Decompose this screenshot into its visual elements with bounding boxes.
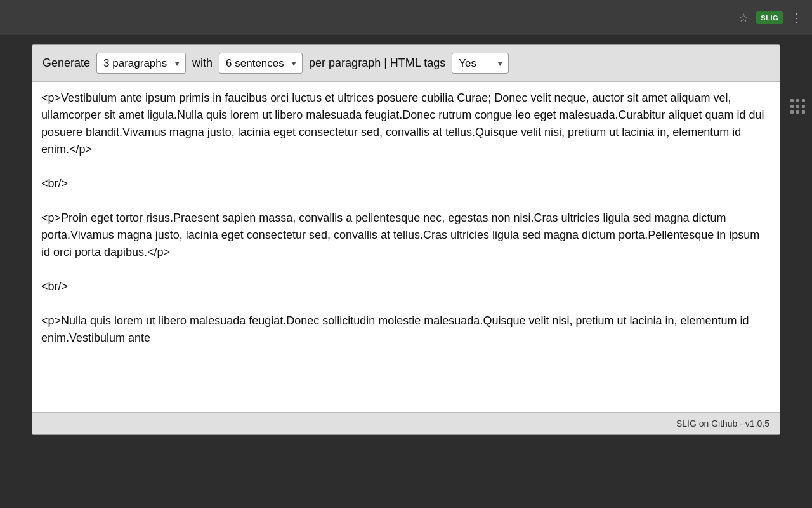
dots-grid-icon [790, 99, 806, 114]
slig-badge: SLIG [756, 11, 783, 24]
per-paragraph-label: per paragraph | HTML tags [309, 57, 445, 70]
sentences-select-wrapper: 1 sentence 2 sentences 3 sentences 4 sen… [219, 53, 303, 74]
dot [790, 105, 794, 108]
controls-bar: Generate 1 paragraph 2 paragraphs 3 para… [32, 45, 780, 82]
content-area[interactable]: <p>Vestibulum ante ipsum primis in fauci… [32, 82, 780, 412]
dot [796, 99, 799, 102]
paragraphs-select-wrapper: 1 paragraph 2 paragraphs 3 paragraphs 4 … [96, 53, 186, 74]
dot [790, 99, 794, 102]
dot [802, 99, 805, 102]
dot [790, 110, 794, 114]
generate-label: Generate [43, 57, 90, 70]
dot [802, 105, 805, 108]
content-text: <p>Vestibulum ante ipsum primis in fauci… [41, 90, 771, 347]
github-link[interactable]: SLIG on Github - v1.0.5 [676, 418, 769, 429]
star-icon[interactable]: ☆ [738, 11, 749, 25]
browser-chrome: ☆ SLIG ⋮ [0, 0, 812, 35]
popup-panel: Generate 1 paragraph 2 paragraphs 3 para… [32, 44, 780, 435]
dot [802, 110, 805, 114]
sentences-select[interactable]: 1 sentence 2 sentences 3 sentences 4 sen… [219, 53, 303, 74]
dot [796, 105, 799, 108]
dot [796, 110, 799, 114]
main-area: Generate 1 paragraph 2 paragraphs 3 para… [0, 35, 812, 508]
yes-no-select[interactable]: Yes No [452, 53, 509, 74]
menu-icon[interactable]: ⋮ [790, 11, 802, 25]
footer-bar: SLIG on Github - v1.0.5 [32, 412, 780, 434]
with-label: with [192, 57, 213, 70]
yes-no-select-wrapper: Yes No ▼ [452, 53, 509, 74]
paragraphs-select[interactable]: 1 paragraph 2 paragraphs 3 paragraphs 4 … [96, 53, 186, 74]
